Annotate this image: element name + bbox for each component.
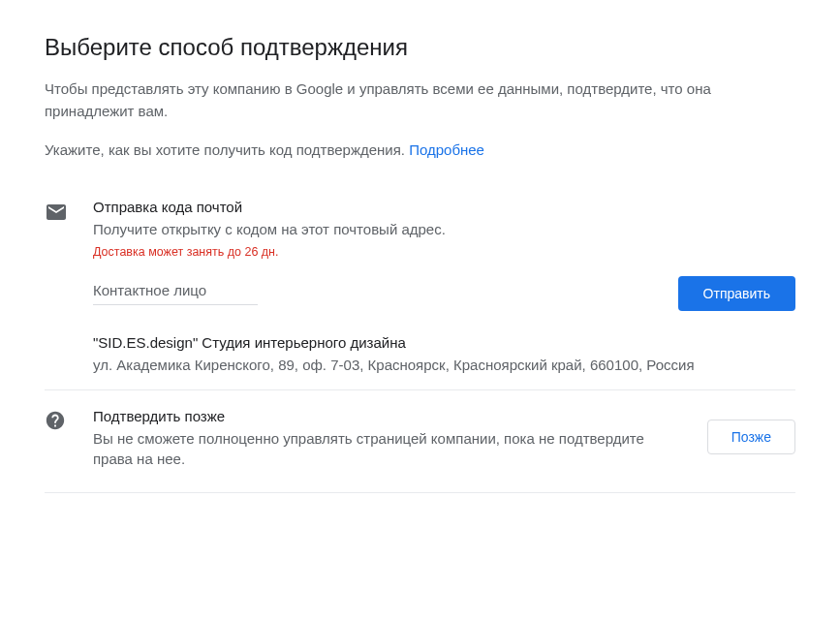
mail-option-content: Отправка кода почтой Получите открытку с… <box>93 199 795 377</box>
contact-input-row: Отправить <box>93 276 795 311</box>
learn-more-link[interactable]: Подробнее <box>409 141 484 158</box>
later-button[interactable]: Позже <box>707 420 795 454</box>
delivery-warning: Доставка может занять до 26 дн. <box>93 245 795 259</box>
help-icon-cell <box>45 408 93 435</box>
mail-icon <box>45 201 68 224</box>
contact-input[interactable] <box>93 276 258 305</box>
page-description: Чтобы представлять эту компанию в Google… <box>45 78 795 122</box>
business-address: ул. Академика Киренского, 89, оф. 7-03, … <box>93 355 795 377</box>
mail-option-title: Отправка кода почтой <box>93 199 795 215</box>
divider-bottom <box>45 492 795 493</box>
mail-option-section: Отправка кода почтой Получите открытку с… <box>45 185 795 390</box>
help-circle-icon <box>45 410 66 431</box>
later-option-content: Подтвердить позже Вы не сможете полноцен… <box>93 408 707 475</box>
mail-option-subtitle: Получите открытку с кодом на этот почтов… <box>93 219 795 239</box>
later-button-cell: Позже <box>707 408 795 454</box>
later-option-subtitle: Вы не сможете полноценно управлять стран… <box>93 428 688 469</box>
later-option-title: Подтвердить позже <box>93 408 688 424</box>
instruction-text: Укажите, как вы хотите получить код подт… <box>45 141 409 158</box>
business-name: "SID.ES.design" Студия интерьерного диза… <box>93 334 795 351</box>
later-option-section: Подтвердить позже Вы не сможете полноцен… <box>45 390 795 492</box>
page-title: Выберите способ подтверждения <box>45 34 795 61</box>
mail-icon-cell <box>45 199 93 228</box>
page-instruction: Укажите, как вы хотите получить код подт… <box>45 140 795 162</box>
send-button[interactable]: Отправить <box>678 276 795 311</box>
